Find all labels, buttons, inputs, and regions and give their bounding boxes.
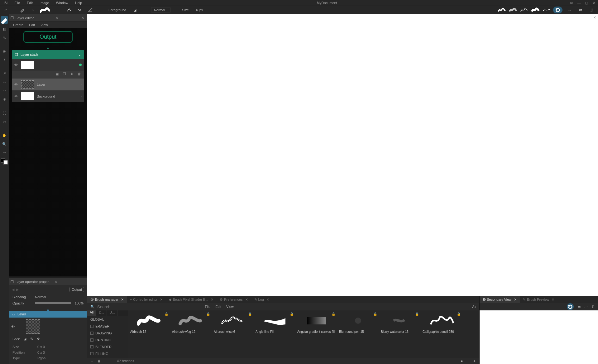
blending-select[interactable]: Normal [35, 295, 46, 299]
close-icon[interactable]: ✕ [266, 298, 269, 302]
nav-prev-icon[interactable]: ◀ [12, 288, 14, 292]
tool-eraser[interactable]: ◧ [1, 26, 8, 32]
view-reset-icon[interactable] [553, 7, 562, 13]
brush-card[interactable]: 🔒Angular gradient canvas fill [296, 312, 337, 334]
tool-fill[interactable]: ◉ [1, 48, 8, 55]
brush-preset-3[interactable] [519, 7, 529, 13]
layer-menu-view[interactable]: View [41, 23, 48, 27]
secview-flip-h-icon[interactable]: ⮂ [584, 305, 588, 309]
visibility-icon[interactable]: 👁 [9, 325, 17, 328]
visibility-icon[interactable]: 👁 [14, 83, 19, 86]
zoom-in-icon[interactable]: ＋ [473, 359, 476, 363]
brush-card[interactable]: 🔒Calligraphic pencil 256 [421, 312, 462, 334]
tool-lasso[interactable]: ◠ [1, 88, 8, 94]
zoom-slider[interactable]: ──●── [456, 359, 468, 363]
tool-brush[interactable] [1, 16, 8, 24]
brush-card[interactable]: 🔒Airbrush w/bg 12 [171, 312, 211, 334]
blend-mode-select[interactable]: Normal [151, 7, 171, 13]
tool-wand[interactable]: ✺ [1, 96, 8, 103]
bm-menu-view[interactable]: View [226, 305, 234, 309]
toolbar-back-icon[interactable]: ↩ [2, 6, 9, 14]
cat-drawing[interactable]: DRAWING [87, 330, 128, 337]
angle-icon[interactable] [87, 6, 94, 14]
color-target-select[interactable]: Foreground [107, 7, 128, 12]
layer-section-header[interactable]: ▭ Layer [9, 311, 87, 318]
brush-preset-2[interactable] [508, 7, 518, 13]
toolbar-next-icon[interactable]: › [29, 6, 37, 14]
zoom-out-icon[interactable]: − [449, 359, 451, 363]
sort-icon[interactable]: A↓ [472, 305, 476, 309]
lock-paint-icon[interactable]: ✎ [30, 337, 33, 341]
layer-stack-header[interactable]: ❐ Layer stack ⌄ [12, 50, 84, 59]
output-button[interactable]: Output [69, 287, 84, 292]
app-logo[interactable]: BI [1, 0, 11, 5]
menu-file[interactable]: File [11, 0, 23, 5]
layer-menu-edit[interactable]: Edit [29, 23, 35, 27]
menu-help[interactable]: Help [72, 0, 85, 5]
cat-tab-all[interactable]: All [87, 310, 96, 316]
panel-close-icon[interactable]: ✕ [80, 16, 85, 20]
window-minimize-icon[interactable]: — [576, 1, 582, 5]
path-join-icon[interactable] [65, 6, 73, 14]
cat-tab-u[interactable]: U... [107, 310, 117, 316]
toolbar-brush-icon[interactable] [19, 6, 26, 14]
layer-editor-close-icon[interactable]: ✕ [54, 16, 60, 20]
close-icon[interactable]: ✕ [552, 298, 554, 302]
brush-card[interactable]: 🔒Airbrush 12 [129, 312, 170, 334]
cat-tab-d[interactable]: D... [96, 310, 107, 316]
canvas[interactable] [87, 14, 598, 296]
tool-transform[interactable]: ⛶ [1, 110, 8, 117]
secview-flip-v-icon[interactable]: ⮃ [591, 305, 595, 309]
brush-preset-4[interactable] [531, 7, 540, 13]
layer-stack-preview-row[interactable]: 👁 [12, 59, 84, 71]
delete-brush-icon[interactable]: 🗑 [98, 359, 101, 363]
menu-window[interactable]: Window [53, 0, 71, 5]
brush-card[interactable]: 🔒Angle line Fill [254, 312, 295, 334]
add-brush-icon[interactable]: ＋ [90, 359, 94, 363]
layer-editor-tab[interactable]: Layer editor [16, 16, 34, 20]
window-close-icon[interactable]: ✕ [591, 1, 597, 5]
layer-row-background[interactable]: 👁 Background › [12, 90, 84, 102]
tool-rect[interactable]: ▭ [1, 79, 8, 86]
cat-eraser[interactable]: ERASER [87, 323, 128, 330]
nav-next-icon[interactable]: ▶ [16, 288, 19, 292]
tab-pixel-shader[interactable]: ◆Brush Pixel Shader E...✕ [166, 296, 217, 303]
tool-fx[interactable]: f [1, 56, 8, 63]
window-maximize-icon[interactable]: ▢ [584, 1, 589, 5]
tab-secondary-view[interactable]: ➋Secondary View✕ [480, 296, 520, 303]
delete-icon[interactable]: 🗑 [78, 72, 81, 76]
view-flip-v-icon[interactable]: ⮃ [587, 7, 596, 13]
view-flip-h-icon[interactable]: ⮂ [576, 7, 585, 13]
close-icon[interactable]: ✕ [514, 298, 517, 302]
tab-brush-manager[interactable]: ⦿Brush manager✕ [87, 296, 127, 303]
tool-eyedropper[interactable]: ✑ [1, 150, 8, 156]
merge-icon[interactable]: ⬍ [70, 72, 73, 76]
layer-menu-create[interactable]: Create [13, 23, 23, 27]
props-close-icon[interactable]: ✕ [55, 280, 57, 284]
brush-preset-5[interactable] [542, 7, 551, 13]
close-icon[interactable]: ✕ [160, 298, 163, 302]
mask-icon[interactable]: ▣ [55, 72, 59, 76]
layer-row-layer[interactable]: 👁 Layer › [12, 79, 84, 90]
tool-gradient[interactable]: ↗ [1, 70, 8, 77]
chevron-right-icon[interactable]: › [80, 94, 82, 98]
output-node[interactable]: Output [23, 31, 73, 43]
document-close-icon[interactable]: ✕ [593, 16, 596, 20]
layer-props-tab[interactable]: Layer operator proper... [16, 280, 51, 284]
bm-menu-file[interactable]: File [205, 305, 210, 309]
view-fit-icon[interactable]: ▭ [564, 7, 574, 13]
size-value[interactable]: 40px [194, 8, 205, 12]
tab-controller-editor[interactable]: ⌖Controller editor✕ [127, 296, 166, 303]
brush-card[interactable]: 🔒Blurry watercolor 16 [380, 312, 420, 334]
cat-textured[interactable]: TEXTURED [87, 357, 128, 358]
chevron-down-icon[interactable]: ⌄ [78, 53, 81, 57]
menu-edit[interactable]: Edit [24, 0, 36, 5]
search-input[interactable] [97, 304, 135, 309]
lock-pixels-icon[interactable]: ◪ [23, 337, 26, 341]
cat-painting[interactable]: PAINTING [87, 337, 128, 343]
chevron-right-icon[interactable]: › [80, 83, 82, 86]
tool-pen[interactable]: ✎ [1, 34, 8, 41]
window-pin-icon[interactable]: ⧉ [569, 1, 574, 5]
cat-filling[interactable]: FILLING [87, 350, 128, 357]
brush-card[interactable]: 🔒Blur round pen 15 [338, 312, 378, 334]
